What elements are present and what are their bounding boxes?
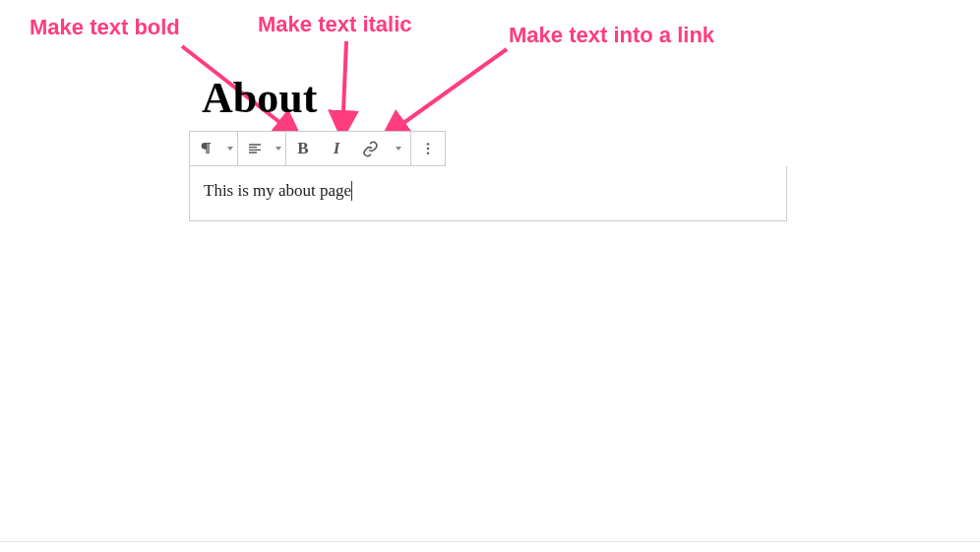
chevron-down-icon bbox=[276, 147, 281, 151]
page-title: About bbox=[202, 73, 317, 123]
svg-line-2 bbox=[342, 41, 346, 134]
pilcrow-icon bbox=[199, 141, 214, 156]
text-cursor bbox=[351, 181, 352, 201]
annotation-bold-label: Make text bold bbox=[30, 15, 180, 40]
chevron-down-icon bbox=[396, 147, 401, 151]
editor-text: This is my about page bbox=[204, 181, 351, 201]
align-left-icon bbox=[247, 141, 263, 156]
annotation-link-label: Make text into a link bbox=[509, 23, 714, 48]
chevron-down-icon bbox=[227, 147, 233, 151]
svg-point-6 bbox=[427, 152, 429, 153]
link-button[interactable] bbox=[353, 132, 387, 165]
paragraph-button[interactable] bbox=[190, 132, 223, 165]
italic-button[interactable]: I bbox=[320, 132, 353, 165]
editor-toolbar: B I bbox=[189, 131, 446, 166]
align-button[interactable] bbox=[238, 132, 272, 165]
svg-point-5 bbox=[427, 148, 429, 150]
svg-line-3 bbox=[386, 49, 507, 136]
annotation-italic-label: Make text italic bbox=[258, 12, 412, 37]
footer-divider bbox=[0, 541, 980, 542]
svg-point-4 bbox=[427, 143, 429, 145]
align-dropdown[interactable] bbox=[272, 132, 285, 165]
more-options-button[interactable] bbox=[411, 132, 445, 165]
italic-icon: I bbox=[334, 139, 340, 158]
more-vertical-icon bbox=[420, 141, 436, 156]
annotation-arrows bbox=[0, 0, 980, 552]
editor-content-area[interactable]: This is my about page bbox=[189, 166, 787, 221]
link-icon bbox=[362, 141, 379, 157]
link-dropdown[interactable] bbox=[387, 132, 410, 165]
paragraph-dropdown[interactable] bbox=[223, 132, 237, 165]
bold-button[interactable]: B bbox=[286, 132, 320, 165]
bold-icon: B bbox=[297, 139, 308, 158]
